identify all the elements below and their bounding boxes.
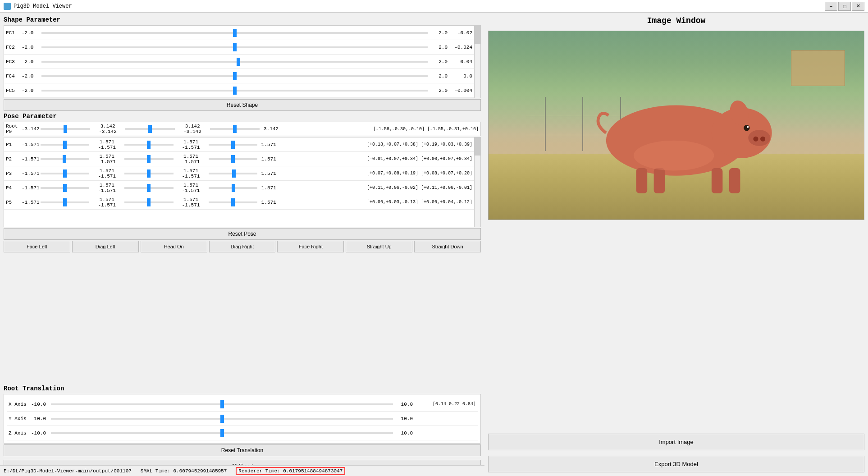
diag-right-button[interactable]: Diag Right [209,241,276,252]
p4-thumb3[interactable] [232,184,235,192]
reset-pose-button[interactable]: Reset Pose [4,228,481,240]
reset-translation-button[interactable]: Reset Translation [4,444,481,456]
fc1-track[interactable] [41,32,428,34]
p5-track1[interactable] [41,201,89,203]
p1-maxmin2: 1.571 -1.571 [91,139,123,150]
p5-max3: 1.571 [259,200,276,205]
fc5-thumb[interactable] [233,87,237,95]
root-thumb2[interactable] [148,125,152,133]
pose-section-title: Pose Parameter [4,113,481,120]
face-left-button[interactable]: Face Left [4,241,70,252]
title-bar-left: Pig3D Model Viewer [4,3,72,10]
p3-thumb2[interactable] [147,169,151,178]
p3-track1[interactable] [41,173,89,174]
fc5-row: FC5 -2.0 2.0 -0.004 [4,83,480,98]
p4-thumb1[interactable] [63,184,67,192]
reset-shape-button[interactable]: Reset Shape [4,99,481,111]
fc2-thumb[interactable] [233,43,237,51]
p4-thumb2[interactable] [147,184,151,192]
pose-section: Pose Parameter Root P0 -3.142 3.142 -3.1… [4,113,481,383]
main-container: Shape Parameter FC1 -2.0 2.0 -0.02 [0,13,868,476]
fc3-thumb[interactable] [237,58,240,66]
straight-up-button[interactable]: Straight Up [346,241,412,252]
pose-scroll-area[interactable]: P1 -1.571 1.571 -1.571 1.571 -1.571 [4,137,481,227]
p1-track3[interactable] [209,144,257,146]
export-3d-model-button[interactable]: Export 3D Model [488,456,864,472]
app-icon [4,3,11,10]
maximize-button[interactable]: □ [838,2,851,11]
p2-thumb3[interactable] [231,155,235,163]
p2-label: P2 [6,156,22,162]
fc4-thumb[interactable] [233,72,237,80]
p3-thumb1[interactable] [63,169,67,178]
p1-track2[interactable] [124,144,173,146]
shape-scrollbar-thumb[interactable] [475,26,481,44]
root-max2-min3: 3.142 -3.142 [177,124,208,134]
p5-thumb1[interactable] [63,198,67,206]
p4-maxmin2: 1.571 -1.571 [91,183,123,193]
root-track1[interactable] [41,128,90,130]
fc3-track[interactable] [41,61,428,63]
p4-track3[interactable] [209,187,257,189]
import-image-button[interactable]: Import Image [488,434,864,450]
close-button[interactable]: ✕ [852,2,864,11]
face-right-button[interactable]: Face Right [277,241,344,252]
fc4-val: 0.0 [448,73,472,79]
p3-track2[interactable] [124,173,173,174]
svg-rect-11 [653,168,665,193]
p3-track3[interactable] [209,173,257,174]
straight-down-button[interactable]: Straight Down [414,241,481,252]
fc2-row: FC2 -2.0 2.0 -0.024 [4,40,480,55]
p4-track1[interactable] [41,187,89,189]
p5-track3[interactable] [209,201,257,203]
root-thumb3[interactable] [233,125,237,133]
p1-row: P1 -1.571 1.571 -1.571 1.571 -1.571 [4,137,474,152]
fc2-min: -2.0 [22,45,40,50]
fc1-row: FC1 -2.0 2.0 -0.02 [4,26,480,40]
x-axis-thumb[interactable] [220,400,224,408]
fc2-track[interactable] [41,46,428,48]
pig-svg [507,50,845,201]
p1-track1[interactable] [41,144,89,146]
root-thumb1[interactable] [64,125,67,133]
fc5-track[interactable] [41,90,428,92]
p1-thumb1[interactable] [63,141,67,149]
title-bar-controls: − □ ✕ [825,2,864,11]
svg-point-3 [753,137,758,142]
p5-val: [+0.06,+0.03,-0.13] [+0.06,+0.04,-0.12] [276,200,472,205]
p3-thumb3[interactable] [232,169,236,178]
y-axis-thumb[interactable] [220,415,224,423]
shape-scrollbar[interactable] [474,26,480,98]
p2-thumb2[interactable] [147,155,151,163]
fc4-track[interactable] [41,75,428,77]
fc1-thumb[interactable] [233,29,237,37]
pose-scrollbar[interactable] [474,137,480,227]
pose-scrollbar-thumb[interactable] [475,137,481,156]
shape-section-title: Shape Parameter [4,16,481,23]
p5-thumb3[interactable] [231,198,235,206]
translation-section: Root Translation X Axis -10.0 10.0 [0.14… [4,385,481,456]
head-on-button[interactable]: Head On [141,241,207,252]
fc4-row: FC4 -2.0 2.0 0.0 [4,69,480,83]
svg-rect-10 [636,168,647,193]
p1-thumb2[interactable] [147,141,151,149]
p1-thumb3[interactable] [231,141,235,149]
minimize-button[interactable]: − [825,2,837,11]
shape-sliders: FC1 -2.0 2.0 -0.02 FC2 -2.0 [4,26,480,98]
p2-track3[interactable] [209,158,257,160]
y-axis-track[interactable] [51,418,393,420]
p5-thumb2[interactable] [147,198,151,206]
root-track3[interactable] [210,128,260,130]
p5-track2[interactable] [124,201,173,203]
p2-thumb1[interactable] [63,155,66,163]
p4-track2[interactable] [124,187,173,189]
root-min1: -3.142 [22,126,39,132]
root-track2[interactable] [125,128,175,130]
p2-track2[interactable] [124,158,173,160]
p2-track1[interactable] [41,158,89,160]
z-axis-thumb[interactable] [220,429,224,437]
p1-min: -1.571 [22,142,39,147]
x-axis-track[interactable] [51,403,393,405]
z-axis-track[interactable] [51,432,393,434]
diag-left-button[interactable]: Diag Left [72,241,139,252]
